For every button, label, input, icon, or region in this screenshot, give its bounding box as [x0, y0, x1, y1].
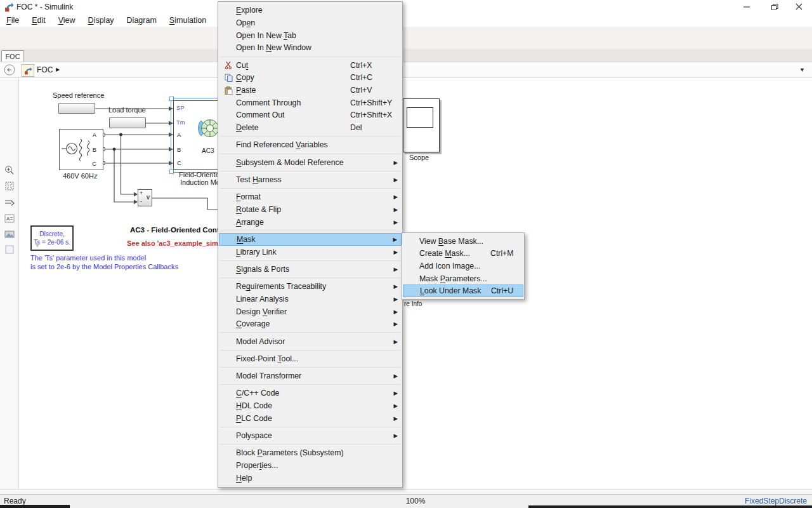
menubar-file[interactable]: File	[0, 15, 25, 26]
menu-item-shortcut: Ctrl+X	[350, 61, 390, 70]
signal-arrow-button[interactable]	[3, 196, 16, 209]
menu-item-explore[interactable]: Explore	[219, 4, 402, 17]
menu-item-label: Add Icon Image...	[419, 262, 490, 271]
menu-item-view-base-mask[interactable]: View Base Mask...	[403, 235, 523, 248]
menu-item-requirements-traceability[interactable]: Requirements Traceability▶	[219, 280, 402, 293]
menu-item-design-verifier[interactable]: Design Verifier▶	[219, 305, 402, 318]
menu-item-open-in-new-window[interactable]: Open In New Window	[219, 42, 402, 55]
menu-item-polyspace[interactable]: Polyspace▶	[219, 429, 402, 442]
selection-handle[interactable]	[169, 170, 174, 174]
menu-item-properties[interactable]: Properties...	[219, 459, 402, 472]
menubar-display[interactable]: Display	[82, 15, 121, 26]
menu-item-cut[interactable]: CutCtrl+X	[219, 59, 402, 72]
menu-item-label: C/C++ Code	[236, 389, 350, 398]
area-button[interactable]	[3, 243, 16, 256]
menu-item-subsystem-model-reference[interactable]: Subsystem & Model Reference▶	[219, 156, 402, 169]
source-block-label: 460V 60Hz	[63, 172, 97, 180]
powergui-arrow-icon	[34, 243, 41, 248]
menu-item-label: Delete	[236, 123, 350, 132]
menu-item-find-referenced-variables[interactable]: Find Referenced Variables	[219, 139, 402, 152]
menu-item-test-harness[interactable]: Test Harness▶	[219, 173, 402, 186]
menu-item-format[interactable]: Format▶	[219, 190, 402, 203]
simulink-logo-icon	[4, 2, 14, 12]
menubar-edit[interactable]: Edit	[25, 15, 52, 26]
menu-item-open[interactable]: Open	[219, 17, 402, 29]
menu-item-mask-parameters[interactable]: Mask Parameters...	[403, 272, 523, 285]
restore-button[interactable]	[764, 0, 785, 13]
menu-item-c-c-code[interactable]: C/C++ Code▶	[219, 387, 402, 400]
submenu-arrow-icon: ▶	[390, 219, 398, 225]
menu-item-block-parameters-subsystem[interactable]: Block Parameters (Subsystem)	[219, 446, 402, 459]
menu-item-look-under-mask[interactable]: Look Under MaskCtrl+U	[403, 284, 523, 297]
breadcrumb-back-button[interactable]	[4, 64, 15, 78]
area-icon	[4, 244, 15, 255]
menu-separator	[220, 427, 400, 427]
menu-item-library-link[interactable]: Library Link▶	[219, 246, 402, 258]
menu-item-delete[interactable]: DeleteDel	[219, 121, 402, 134]
menu-item-fixed-point-tool[interactable]: Fixed-Point Tool...	[219, 352, 402, 365]
menu-item-rotate-flip[interactable]: Rotate & Flip▶	[219, 203, 402, 216]
powergui-line1: Discrete,	[32, 231, 72, 239]
breadcrumb-dropdown-icon[interactable]: ▼	[799, 67, 805, 73]
vm-v: v	[147, 194, 150, 201]
submenu-arrow-icon: ▶	[390, 194, 398, 200]
menu-item-model-transformer[interactable]: Model Transformer▶	[219, 370, 402, 382]
close-button[interactable]	[788, 0, 809, 13]
menu-item-create-mask[interactable]: Create Mask...Ctrl+M	[403, 248, 523, 260]
menu-item-plc-code[interactable]: PLC Code▶	[219, 412, 402, 425]
source-port-a: A	[93, 131, 96, 138]
scope-block[interactable]	[403, 98, 440, 152]
voltage-measurement-block[interactable]: + - v	[138, 189, 152, 206]
tab-foc[interactable]: FOC	[1, 50, 24, 62]
menu-item-comment-through[interactable]: Comment ThroughCtrl+Shift+Y	[219, 97, 402, 109]
menu-item-copy[interactable]: CopyCtrl+C	[219, 72, 402, 84]
menu-separator	[220, 231, 400, 231]
status-solver[interactable]: FixedStepDiscrete	[745, 497, 807, 505]
menu-item-label: Mask Parameters...	[419, 274, 490, 283]
zoom-button[interactable]	[3, 164, 16, 177]
menu-item-label: Model Advisor	[236, 337, 350, 346]
minimize-button[interactable]	[736, 0, 757, 13]
close-icon	[796, 3, 802, 10]
submenu-arrow-icon: ▶	[390, 283, 398, 290]
motor-icon	[197, 117, 219, 139]
menubar-simulation[interactable]: Simulation	[163, 15, 213, 26]
annotation-see-also[interactable]: See also 'ac3_example_simplifi	[127, 239, 230, 247]
three-phase-source-block[interactable]: A B C	[59, 129, 103, 170]
menubar-view[interactable]: View	[52, 15, 82, 26]
toolbar: <	[0, 27, 812, 50]
annotation-icon: A	[4, 213, 15, 224]
submenu-arrow-icon: ▶	[390, 309, 398, 315]
menu-item-add-icon-image[interactable]: Add Icon Image...	[403, 260, 523, 272]
horizontal-scrollbar[interactable]	[0, 489, 812, 494]
menu-item-model-advisor[interactable]: Model Advisor▶	[219, 335, 402, 348]
menu-item-help[interactable]: Help	[219, 472, 402, 485]
menu-item-mask[interactable]: Mask▶	[219, 233, 402, 246]
menu-item-linear-analysis[interactable]: Linear Analysis▶	[219, 293, 402, 305]
submenu-arrow-icon: ▶	[390, 373, 398, 379]
breadcrumb-model-name[interactable]: FOC	[37, 65, 53, 74]
menu-separator	[220, 384, 400, 385]
menu-item-signals-ports[interactable]: Signals & Ports▶	[219, 263, 402, 276]
menu-item-coverage[interactable]: Coverage▶	[219, 318, 402, 330]
menu-item-label: Create Mask...	[419, 249, 490, 258]
submenu-arrow-icon: ▶	[390, 415, 398, 422]
fit-to-view-button[interactable]	[3, 180, 16, 192]
ac3-port-a: A	[177, 131, 181, 138]
menu-item-hdl-code[interactable]: HDL Code▶	[219, 399, 402, 412]
menu-item-paste[interactable]: PasteCtrl+V	[219, 84, 402, 97]
load-torque-block[interactable]	[109, 117, 146, 128]
menu-item-shortcut: Ctrl+C	[350, 73, 390, 82]
menu-item-arrange[interactable]: Arrange▶	[219, 216, 402, 229]
speed-reference-block[interactable]	[58, 103, 95, 114]
menu-item-label: Open In New Tab	[236, 31, 350, 40]
menu-item-comment-out[interactable]: Comment OutCtrl+Shift+X	[219, 109, 402, 122]
powergui-block[interactable]: Discrete, Ts = 2e-06 s.	[30, 225, 74, 251]
menubar-diagram[interactable]: Diagram	[121, 15, 163, 26]
menu-item-label: Open	[236, 18, 350, 27]
annotation-button[interactable]: A	[3, 212, 16, 225]
menu-item-open-in-new-tab[interactable]: Open In New Tab	[219, 29, 402, 42]
image-button[interactable]	[3, 228, 16, 241]
menu-item-label: Find Referenced Variables	[236, 140, 350, 149]
restore-icon	[771, 3, 778, 11]
